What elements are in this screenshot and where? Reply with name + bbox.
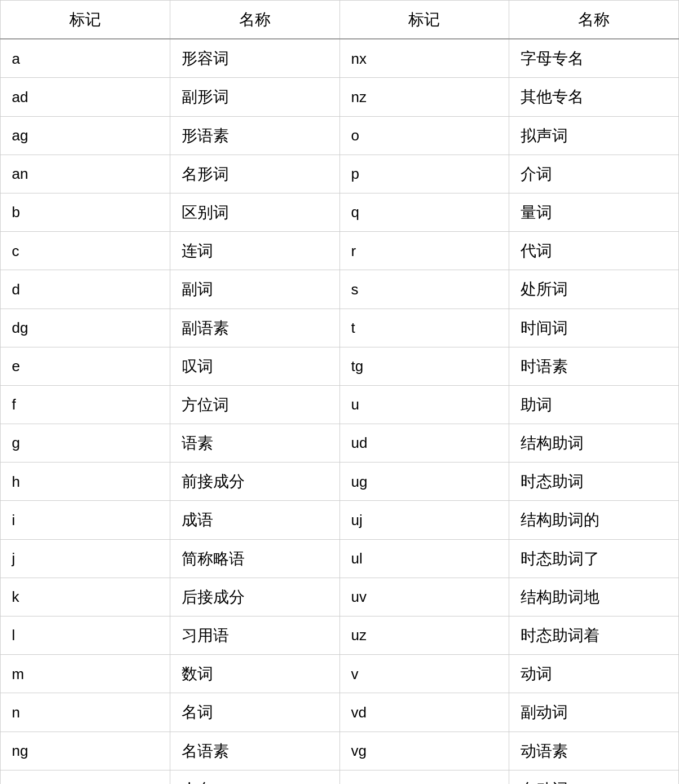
cell-16-0: m [1,655,170,693]
cell-18-0: ng [1,732,170,770]
table-row: m数词v动词 [1,655,679,693]
cell-15-0: l [1,616,170,655]
cell-2-3: 拟声词 [509,116,679,155]
cell-5-3: 代词 [509,232,679,270]
cell-18-2: vg [340,732,509,770]
cell-13-3: 时态助词了 [509,539,679,578]
cell-9-1: 方位词 [170,385,340,424]
table-row: b区别词q量词 [1,193,679,231]
cell-17-3: 副动词 [509,693,679,732]
cell-19-0: nr [1,770,170,784]
cell-7-0: dg [1,309,170,347]
col-header-name1: 名称 [170,1,340,39]
cell-4-3: 量词 [509,193,679,231]
cell-0-2: nx [340,39,509,78]
cell-19-2: vn [340,770,509,784]
table-row: nr人名vn名动词 [1,770,679,784]
cell-18-1: 名语素 [170,732,340,770]
cell-5-2: r [340,232,509,270]
cell-3-2: p [340,155,509,193]
cell-3-3: 介词 [509,155,679,193]
col-header-mark1: 标记 [1,1,170,39]
cell-11-1: 前接成分 [170,463,340,501]
cell-17-1: 名词 [170,693,340,732]
table-row: d副词s处所词 [1,270,679,309]
cell-9-3: 助词 [509,385,679,424]
cell-12-3: 结构助词的 [509,501,679,539]
cell-1-3: 其他专名 [509,78,679,116]
cell-14-3: 结构助词地 [509,578,679,616]
cell-0-1: 形容词 [170,39,340,78]
cell-15-3: 时态助词着 [509,616,679,655]
cell-7-3: 时间词 [509,309,679,347]
cell-4-2: q [340,193,509,231]
cell-6-0: d [1,270,170,309]
cell-16-1: 数词 [170,655,340,693]
cell-12-1: 成语 [170,501,340,539]
cell-17-2: vd [340,693,509,732]
cell-11-0: h [1,463,170,501]
cell-1-0: ad [1,78,170,116]
cell-8-3: 时语素 [509,347,679,385]
cell-1-1: 副形词 [170,78,340,116]
table-row: k后接成分uv结构助词地 [1,578,679,616]
cell-9-2: u [340,385,509,424]
cell-16-2: v [340,655,509,693]
cell-2-1: 形语素 [170,116,340,155]
table-row: g语素ud结构助词 [1,424,679,463]
cell-14-2: uv [340,578,509,616]
cell-13-0: j [1,539,170,578]
cell-7-1: 副语素 [170,309,340,347]
table-row: j简称略语ul时态助词了 [1,539,679,578]
main-container: 标记 名称 标记 名称 a形容词nx字母专名ad副形词nz其他专名ag形语素o拟… [0,0,679,784]
cell-15-2: uz [340,616,509,655]
cell-12-0: i [1,501,170,539]
cell-5-0: c [1,232,170,270]
cell-19-3: 名动词 [509,770,679,784]
cell-10-3: 结构助词 [509,424,679,463]
cell-16-3: 动词 [509,655,679,693]
cell-13-1: 简称略语 [170,539,340,578]
cell-13-2: ul [340,539,509,578]
cell-0-0: a [1,39,170,78]
col-header-name2: 名称 [509,1,679,39]
cell-19-1: 人名 [170,770,340,784]
cell-6-2: s [340,270,509,309]
cell-10-2: ud [340,424,509,463]
cell-8-2: tg [340,347,509,385]
cell-9-0: f [1,385,170,424]
table-row: h前接成分ug时态助词 [1,463,679,501]
cell-1-2: nz [340,78,509,116]
cell-2-2: o [340,116,509,155]
cell-12-2: uj [340,501,509,539]
table-row: e叹词tg时语素 [1,347,679,385]
cell-2-0: ag [1,116,170,155]
table-row: i成语uj结构助词的 [1,501,679,539]
cell-4-0: b [1,193,170,231]
cell-14-1: 后接成分 [170,578,340,616]
table-row: n名词vd副动词 [1,693,679,732]
cell-5-1: 连词 [170,232,340,270]
cell-8-0: e [1,347,170,385]
table-row: ng名语素vg动语素 [1,732,679,770]
table-row: dg副语素t时间词 [1,309,679,347]
cell-8-1: 叹词 [170,347,340,385]
cell-10-1: 语素 [170,424,340,463]
table-row: f方位词u助词 [1,385,679,424]
cell-0-3: 字母专名 [509,39,679,78]
table-row: ad副形词nz其他专名 [1,78,679,116]
cell-3-0: an [1,155,170,193]
pos-table: 标记 名称 标记 名称 a形容词nx字母专名ad副形词nz其他专名ag形语素o拟… [0,0,679,784]
cell-3-1: 名形词 [170,155,340,193]
table-row: c连词r代词 [1,232,679,270]
cell-11-3: 时态助词 [509,463,679,501]
cell-14-0: k [1,578,170,616]
cell-10-0: g [1,424,170,463]
cell-6-1: 副词 [170,270,340,309]
cell-6-3: 处所词 [509,270,679,309]
cell-4-1: 区别词 [170,193,340,231]
cell-15-1: 习用语 [170,616,340,655]
cell-17-0: n [1,693,170,732]
cell-7-2: t [340,309,509,347]
cell-11-2: ug [340,463,509,501]
